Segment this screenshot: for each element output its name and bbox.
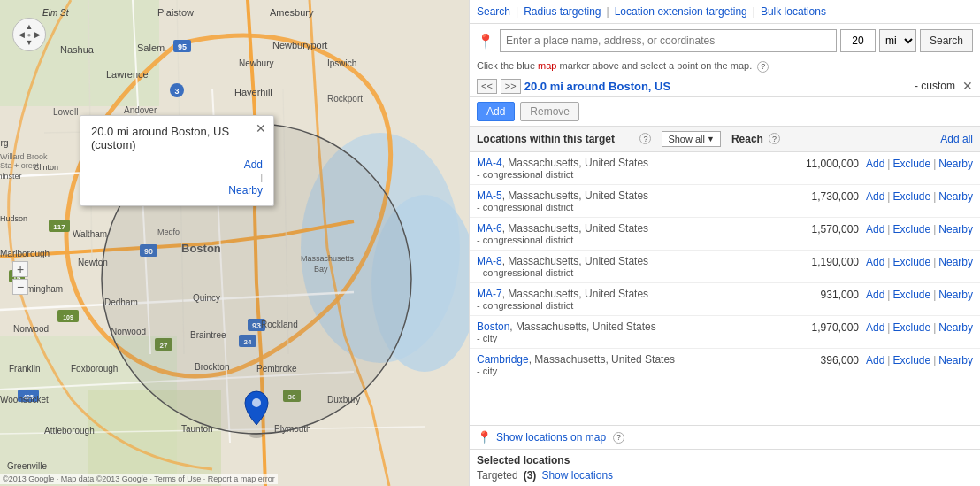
svg-text:Sta + orest: Sta + orest [0,161,39,170]
svg-text:Lawrence: Lawrence [106,69,149,80]
location-name-link-2[interactable]: MA-6 [477,222,502,235]
map-zoom-control: + − [12,261,28,295]
show-locations-on-map-link[interactable]: Show locations on map [496,431,606,444]
location-info-6: Cambridge, Massachusetts, United States-… [477,353,795,376]
location-action-nearby-5[interactable]: Nearby [938,321,973,334]
svg-text:Rockport: Rockport [327,94,363,104]
location-name-rest-0: , Massachusetts, United States [502,157,648,169]
location-action-exclude-5[interactable]: Exclude [892,321,930,334]
location-action-exclude-3[interactable]: Exclude [892,256,930,268]
popup-title: 20.0 mi around Boston, US (custom) [91,125,249,151]
location-name-rest-1: , Massachusetts, United States [502,189,648,202]
show-locations-small-link[interactable]: Show locations [541,469,613,482]
search-hint: Click the blue map marker above and sele… [470,58,980,76]
popup-close-button[interactable]: ✕ [256,121,266,135]
show-locations-pin-icon: 📍 [477,430,492,444]
targeted-count: (3) [524,469,537,482]
svg-text:Newburyport: Newburyport [272,40,327,50]
location-action-nearby-6[interactable]: Nearby [938,354,973,366]
location-action-add-5[interactable]: Add [866,321,884,334]
locations-help-icon[interactable]: ? [639,133,651,144]
location-search-input[interactable] [500,29,837,52]
tab-bulk-locations[interactable]: Bulk locations [761,5,826,18]
popup-separator: | [260,173,263,182]
zoom-in-button[interactable]: + [12,261,28,277]
location-action-add-6[interactable]: Add [866,354,884,366]
hint-help-icon[interactable]: ? [757,61,769,73]
result-next-button[interactable]: >> [501,79,521,94]
locations-header-title: Locations within this target [477,133,637,145]
location-action-nearby-4[interactable]: Nearby [938,289,973,301]
result-bar: << >> 20.0 mi around Boston, US - custom… [470,76,980,97]
add-all-link[interactable]: Add all [940,133,973,145]
map-popup: ✕ 20.0 mi around Boston, US (custom) Add… [80,115,274,206]
svg-text:Haverhill: Haverhill [234,87,272,97]
tab-radius-targeting[interactable]: Radius targeting [524,5,601,18]
svg-text:Amesbury: Amesbury [270,7,314,18]
location-action-exclude-4[interactable]: Exclude [892,289,930,301]
svg-text:Woonsocket: Woonsocket [0,395,49,405]
location-action-add-2[interactable]: Add [866,223,884,235]
location-action-exclude-2[interactable]: Exclude [892,223,930,235]
location-actions-0: Add|Exclude|Nearby [866,157,973,170]
result-close-button[interactable]: ✕ [962,79,973,93]
location-action-exclude-1[interactable]: Exclude [892,190,930,203]
radius-input[interactable] [840,29,876,52]
svg-text:Newbury: Newbury [239,58,273,68]
location-name-rest-6: , Massachusetts, United States [529,353,675,366]
location-name-link-0[interactable]: MA-4 [477,157,502,169]
location-name-rest-2: , Massachusetts, United States [502,222,648,235]
tab-navigation: Search | Radius targeting | Location ext… [470,0,980,24]
svg-text:Andover: Andover [124,105,157,115]
svg-text:Marlborough: Marlborough [0,249,50,258]
map-nav-control[interactable]: ▲ ◀ ● ▶ ▼ [12,18,46,51]
svg-text:Greenville: Greenville [7,461,47,471]
location-name-link-3[interactable]: MA-8 [477,255,502,267]
location-actions-3: Add|Exclude|Nearby [866,255,973,268]
location-name-link-5[interactable]: Boston [477,320,509,333]
svg-text:Norwood: Norwood [13,324,49,334]
location-action-nearby-0[interactable]: Nearby [938,158,973,170]
search-button[interactable]: Search [920,29,973,52]
selected-locations-title: Selected locations [477,454,973,467]
svg-text:95: 95 [178,42,187,51]
svg-text:Willard Brook: Willard Brook [0,152,48,161]
location-reach-4: 931,000 [795,288,866,301]
result-prev-button[interactable]: << [477,79,497,94]
location-action-nearby-3[interactable]: Nearby [938,256,973,268]
location-action-add-3[interactable]: Add [866,256,884,268]
zoom-out-button[interactable]: − [12,279,28,295]
location-action-exclude-0[interactable]: Exclude [892,158,930,170]
location-name-link-6[interactable]: Cambridge [477,353,529,366]
show-all-button[interactable]: Show all ▼ [662,131,721,147]
show-locations-help-icon[interactable]: ? [613,432,624,444]
location-actions-2: Add|Exclude|Nearby [866,222,973,235]
location-row-4: MA-7, Massachusetts, United States- cong… [470,283,980,316]
popup-nearby-link[interactable]: Nearby [228,184,263,197]
svg-text:Ipswich: Ipswich [327,58,356,68]
unit-select[interactable]: mi km [879,29,916,52]
location-info-1: MA-5, Massachusetts, United States- cong… [477,189,795,212]
popup-add-link[interactable]: Add [244,158,263,171]
location-row-0: MA-4, Massachusetts, United States- cong… [470,152,980,185]
location-action-exclude-6[interactable]: Exclude [892,354,930,366]
svg-text:Salem: Salem [137,42,165,53]
svg-text:Waltham: Waltham [73,229,107,239]
remove-location-button[interactable]: Remove [520,102,579,121]
map-container[interactable]: 95 90 93 3 117 27 24 495 16 109 36 Elm S… [0,0,469,486]
location-action-add-4[interactable]: Add [866,289,884,301]
location-actions-4: Add|Exclude|Nearby [866,288,973,301]
tab-location-extension[interactable]: Location extension targeting [615,5,747,18]
result-title: 20.0 mi around Boston, US [524,80,911,93]
location-action-add-0[interactable]: Add [866,158,884,170]
location-action-nearby-1[interactable]: Nearby [938,190,973,203]
add-location-button[interactable]: Add [477,102,515,121]
location-name-link-1[interactable]: MA-5 [477,189,502,202]
location-name-link-4[interactable]: MA-7 [477,288,502,300]
location-action-add-1[interactable]: Add [866,190,884,203]
svg-point-73 [252,398,261,407]
location-action-nearby-2[interactable]: Nearby [938,223,973,235]
location-info-5: Boston, Massachusetts, United States- ci… [477,320,795,343]
reach-help-icon[interactable]: ? [769,133,780,144]
tab-search[interactable]: Search [477,5,510,18]
